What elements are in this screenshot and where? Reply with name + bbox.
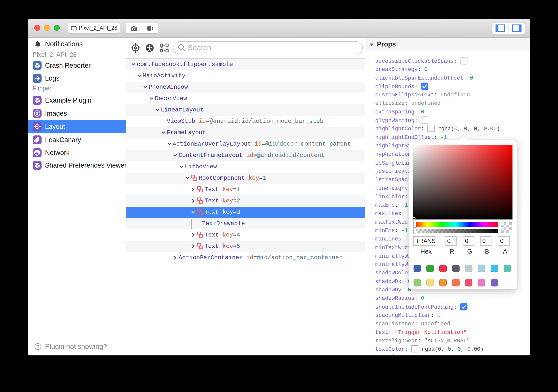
svg-text:?: ? — [37, 344, 39, 349]
